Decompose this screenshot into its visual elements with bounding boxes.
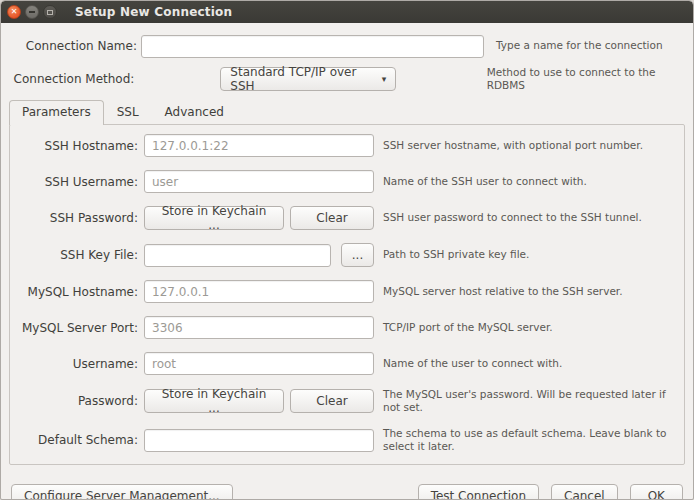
chevron-down-icon: ▾ xyxy=(382,74,387,84)
maximize-icon[interactable] xyxy=(43,5,57,19)
mysql-port-hint: TCP/IP port of the MySQL server. xyxy=(383,321,683,334)
connection-method-label: Connection Method: xyxy=(1,72,134,86)
ssh-key-file-hint: Path to SSH private key file. xyxy=(383,248,683,261)
tab-advanced[interactable]: Advanced xyxy=(152,100,237,124)
mysql-password-hint: The MySQL user's password. Will be reque… xyxy=(383,388,683,414)
connection-name-hint: Type a name for the connection xyxy=(496,39,663,52)
mysql-port-label: MySQL Server Port: xyxy=(10,321,138,335)
connection-name-input[interactable] xyxy=(141,35,484,58)
mysql-password-row: Password: Store in Keychain ... Clear Th… xyxy=(10,388,684,414)
mysql-username-input[interactable] xyxy=(144,352,374,375)
cancel-button[interactable]: Cancel xyxy=(551,484,618,500)
default-schema-row: Default Schema: The schema to use as def… xyxy=(10,427,684,453)
mysql-clear-password-button[interactable]: Clear xyxy=(290,389,374,413)
title-bar[interactable]: ✕ Setup New Connection xyxy=(1,1,693,23)
ssh-password-label: SSH Password: xyxy=(10,211,138,225)
footer-actions: Configure Server Management... Test Conn… xyxy=(1,484,693,500)
connection-method-hint: Method to use to connect to the RDBMS xyxy=(487,66,693,92)
test-connection-button[interactable]: Test Connection xyxy=(418,484,539,500)
ssh-password-row: SSH Password: Store in Keychain ... Clea… xyxy=(10,206,684,230)
tab-parameters[interactable]: Parameters xyxy=(9,100,104,125)
connection-name-label: Connection Name: xyxy=(1,39,137,53)
default-schema-input[interactable] xyxy=(144,429,374,452)
mysql-username-label: Username: xyxy=(10,357,138,371)
default-schema-hint: The schema to use as default schema. Lea… xyxy=(383,427,683,453)
ssh-hostname-input[interactable] xyxy=(144,134,374,157)
connection-method-value: Standard TCP/IP over SSH xyxy=(230,65,373,93)
connection-method-select[interactable]: Standard TCP/IP over SSH ▾ xyxy=(220,67,396,91)
window-title: Setup New Connection xyxy=(75,5,232,19)
ssh-hostname-label: SSH Hostname: xyxy=(10,139,138,153)
mysql-username-hint: Name of the user to connect with. xyxy=(383,357,683,370)
ssh-key-file-input[interactable] xyxy=(144,244,331,267)
ssh-key-file-label: SSH Key File: xyxy=(10,248,138,262)
ssh-username-hint: Name of the SSH user to connect with. xyxy=(383,175,683,188)
minimize-icon[interactable] xyxy=(25,5,39,19)
default-schema-label: Default Schema: xyxy=(10,433,138,447)
ssh-hostname-row: SSH Hostname: SSH server hostname, with … xyxy=(10,134,684,157)
tab-ssl[interactable]: SSL xyxy=(104,100,152,124)
connection-method-row: Connection Method: Standard TCP/IP over … xyxy=(1,67,693,91)
mysql-port-input[interactable] xyxy=(144,316,374,339)
configure-server-management-button[interactable]: Configure Server Management... xyxy=(11,484,233,500)
ssh-username-label: SSH Username: xyxy=(10,175,138,189)
mysql-hostname-input[interactable] xyxy=(144,280,374,303)
ssh-clear-password-button[interactable]: Clear xyxy=(290,206,374,230)
mysql-hostname-hint: MySQL server host relative to the SSH se… xyxy=(383,285,683,298)
mysql-store-in-keychain-button[interactable]: Store in Keychain ... xyxy=(144,389,284,413)
mysql-hostname-row: MySQL Hostname: MySQL server host relati… xyxy=(10,280,684,303)
mysql-hostname-label: MySQL Hostname: xyxy=(10,285,138,299)
tab-bar: Parameters SSL Advanced xyxy=(9,100,693,124)
browse-key-file-button[interactable]: ... xyxy=(341,243,374,267)
ssh-username-row: SSH Username: Name of the SSH user to co… xyxy=(10,170,684,193)
parameters-panel: SSH Hostname: SSH server hostname, with … xyxy=(9,124,685,465)
mysql-username-row: Username: Name of the user to connect wi… xyxy=(10,352,684,375)
connection-name-row: Connection Name: Type a name for the con… xyxy=(1,34,693,58)
ssh-password-hint: SSH user password to connect to the SSH … xyxy=(383,211,683,224)
mysql-password-label: Password: xyxy=(10,394,138,408)
ssh-store-in-keychain-button[interactable]: Store in Keychain ... xyxy=(144,206,284,230)
header-section: Connection Name: Type a name for the con… xyxy=(1,23,693,91)
ok-button[interactable]: OK xyxy=(630,484,683,500)
ssh-key-file-row: SSH Key File: ... Path to SSH private ke… xyxy=(10,243,684,267)
ssh-username-input[interactable] xyxy=(144,170,374,193)
ssh-hostname-hint: SSH server hostname, with optional port … xyxy=(383,139,683,152)
close-icon[interactable]: ✕ xyxy=(7,5,21,19)
setup-new-connection-dialog: ✕ Setup New Connection Connection Name: … xyxy=(0,0,694,500)
mysql-port-row: MySQL Server Port: TCP/IP port of the My… xyxy=(10,316,684,339)
